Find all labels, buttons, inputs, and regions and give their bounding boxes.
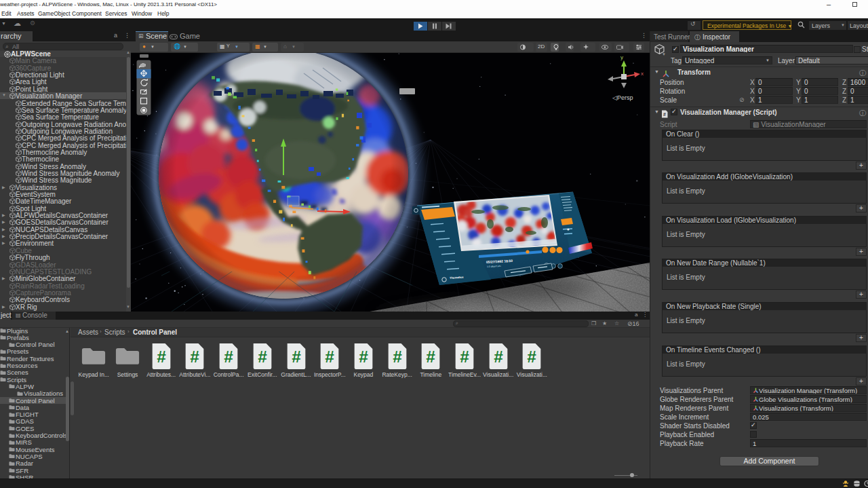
svg-text:#: # <box>224 348 233 366</box>
svg-text:x: x <box>641 71 644 77</box>
svg-text:#: # <box>292 348 301 366</box>
svg-text:#: # <box>325 348 334 366</box>
svg-text:#: # <box>460 348 469 366</box>
svg-text:#: # <box>157 348 166 366</box>
svg-text:#: # <box>359 348 368 366</box>
svg-text:◁Persp: ◁Persp <box>612 94 633 101</box>
svg-text:y: y <box>620 54 623 60</box>
svg-text:#: # <box>494 348 503 366</box>
svg-text:#: # <box>258 348 267 366</box>
svg-text:#: # <box>191 348 200 366</box>
svg-text:#: # <box>427 348 436 366</box>
svg-text:#: # <box>528 348 537 366</box>
svg-text:#: # <box>663 112 666 117</box>
svg-text:#: # <box>393 348 402 366</box>
